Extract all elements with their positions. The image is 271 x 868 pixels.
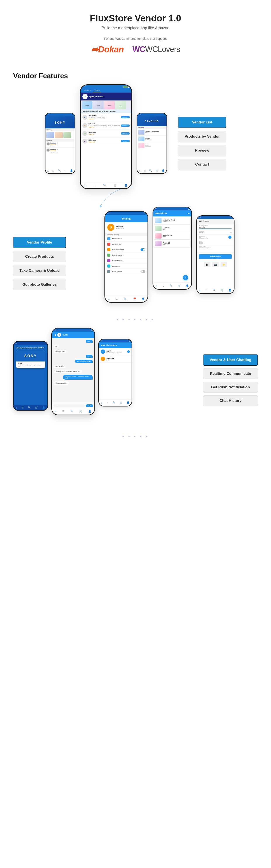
nav-cart-icon[interactable]: 🛒	[114, 184, 117, 187]
apple-logo: 	[82, 94, 88, 99]
cestore-follow-btn[interactable]: Visit Store	[121, 124, 129, 127]
apnav-user-icon[interactable]: 👤	[229, 289, 232, 291]
chat-list-item-appstore[interactable]: A AppStore Hello	[99, 355, 131, 363]
chat-history-btn[interactable]: Chat History	[203, 395, 258, 406]
vendor-item-appstore: A AppStore 71 Nguyen Thang Figger ★★★★☆ …	[81, 113, 131, 121]
rnav-user-icon[interactable]: 👤	[162, 169, 165, 172]
snav-home-icon[interactable]: ⌂	[108, 298, 110, 300]
get-photo-btn[interactable]: Get photo Galleries	[13, 279, 66, 290]
nav-home-icon[interactable]: ⌂	[84, 184, 86, 187]
add-product-header: Add Product	[197, 219, 234, 224]
snav-menu-icon[interactable]: ☰	[116, 298, 118, 300]
post-product-btn[interactable]: Post Product	[199, 254, 232, 259]
nnav-home-icon[interactable]: ⌂	[16, 406, 18, 409]
color-picker[interactable]	[228, 236, 232, 239]
notification-phone: 4:09 ▪▪▪ You have a message from "SONY" …	[13, 341, 48, 411]
nav-menu-icon[interactable]: ☰	[93, 184, 96, 187]
clnav-home-icon[interactable]: ⌂	[101, 401, 102, 404]
cnav-user-icon[interactable]: 👤	[88, 410, 91, 413]
cnav-search-icon[interactable]: 🔍	[70, 410, 73, 413]
rnav-cart-icon[interactable]: 🛒	[155, 169, 158, 172]
contact-btn[interactable]: Contact	[178, 159, 226, 170]
apnav-cart-icon[interactable]: 🛒	[220, 289, 223, 291]
product-item-3[interactable]: MacBook Pro $1299	[154, 232, 190, 239]
field-value-desc[interactable]: Enter description...	[199, 247, 232, 251]
tab-stores[interactable]: Stores	[93, 89, 101, 92]
realtime-communicate-btn[interactable]: Realtime Communicate	[203, 368, 258, 379]
clnav-cart-icon[interactable]: 🛒	[120, 401, 123, 404]
field-value-2[interactable]: Select... ▼	[199, 232, 232, 234]
chat-preview-appstore: Hello	[107, 359, 114, 361]
my-products-phone: 4:00 ▪▪▪ My Products + Apple iPad Touch …	[153, 207, 192, 290]
settings-item-mywishlist[interactable]: My Wishlist	[105, 242, 148, 247]
notification-toggle[interactable]	[141, 248, 145, 251]
cnav-home-icon[interactable]: ⌂	[55, 410, 57, 413]
mpnav-cart-icon[interactable]: 🛒	[178, 284, 181, 287]
take-camera-btn[interactable]: Take Camera & Upload	[13, 265, 66, 276]
nnav-user-icon[interactable]: 👤	[42, 406, 45, 409]
product-item-1[interactable]: Apple iPad Touch Finance	[154, 217, 190, 224]
tab-categories[interactable]: Categories	[82, 89, 93, 92]
field-value-1[interactable]: sample	[199, 226, 232, 229]
apnav-menu-icon[interactable]: ☰	[206, 289, 208, 291]
chat-input-field[interactable]: ...	[53, 404, 85, 407]
rnav-search-icon[interactable]: 🔍	[149, 169, 152, 172]
get-push-notification-btn[interactable]: Get Push Notificiation	[203, 382, 258, 393]
product-item-4[interactable]: iPhone 12 $799	[154, 240, 190, 247]
upload-gallery-icon[interactable]: 🖼	[204, 262, 210, 267]
review-text-1: It's a great store	[50, 145, 58, 147]
chat-send-btn[interactable]: Send	[86, 404, 93, 407]
rnav-home-icon[interactable]: ⌂	[139, 169, 141, 172]
settings-item-messages[interactable]: List Messages	[105, 252, 148, 258]
nav-search-icon[interactable]: 🔍	[103, 184, 107, 187]
apnav-home-icon[interactable]: ⌂	[199, 289, 201, 291]
nav-user-icon[interactable]: 👤	[124, 184, 128, 187]
products-by-vendor-btn[interactable]: Products by Vendor	[178, 131, 226, 142]
messages-area: Hello Hi How are you? good	[52, 338, 94, 407]
settings-item-myproducts[interactable]: My Products	[105, 236, 148, 242]
nnav-search-icon[interactable]: 🔍	[28, 406, 31, 409]
review-text-2: It's a great store	[50, 151, 58, 153]
vendor-item-xxstore: X XX Store ★★★★★ Visit Store	[81, 137, 131, 145]
snav-user-icon[interactable]: 👤	[142, 298, 145, 300]
mpnav-menu-icon[interactable]: ☰	[162, 284, 164, 287]
settings-item-language[interactable]: Language	[105, 264, 148, 269]
field-value-font[interactable]: Choose color	[199, 237, 208, 239]
darktheme-toggle[interactable]	[141, 270, 145, 273]
vendor-profile-btn[interactable]: Vendor Profile	[13, 237, 66, 248]
product-item-2[interactable]: Apple iPad $299	[154, 225, 190, 232]
settings-item-notification[interactable]: List Notification	[105, 247, 148, 252]
upload-file-icon[interactable]: 📁	[220, 262, 227, 267]
add-product-icon[interactable]: +	[188, 212, 189, 215]
apple-products-banner:  Apple Products	[81, 93, 131, 100]
xxstore-follow-btn[interactable]: Visit Store	[121, 140, 129, 142]
support-text: For any WooCommerce template that suppor…	[4, 37, 267, 40]
vendor-list-btn[interactable]: Vendor List	[178, 117, 226, 128]
clnav-search-icon[interactable]: 🔍	[113, 401, 116, 404]
snav-cart-icon[interactable]: 🛒 1	[133, 298, 136, 300]
preview-btn[interactable]: Preview	[178, 145, 226, 156]
settings-item-conversations[interactable]: Conversations	[105, 258, 148, 264]
mpnav-home-icon[interactable]: ⌂	[156, 285, 157, 287]
rnav-menu-icon[interactable]: ☰	[144, 169, 146, 172]
cnav-menu-icon[interactable]: ☰	[62, 410, 64, 413]
chat-back-btn[interactable]: ◀	[54, 334, 56, 336]
field-value-price[interactable]: $0.00	[199, 242, 232, 244]
nnav-cart-icon[interactable]: 🛒	[35, 406, 38, 409]
settings-item-darktheme[interactable]: Dark Theme	[105, 269, 148, 274]
fab-add-product[interactable]: +	[183, 275, 188, 280]
apnav-search-icon[interactable]: 🔍	[213, 289, 216, 291]
clnav-menu-icon[interactable]: ☰	[107, 401, 109, 404]
vendor-user-chatting-btn[interactable]: Vendor & User Chatting	[203, 354, 258, 366]
wafamall-follow-btn[interactable]: Visit Store	[121, 132, 129, 134]
nnav-menu-icon[interactable]: ☰	[22, 406, 24, 409]
chat-list-item-sony[interactable]: S SONY I wants ask you a question 1	[99, 348, 131, 355]
cnav-cart-icon[interactable]: 🛒	[79, 410, 82, 413]
upload-camera-icon[interactable]: 📷	[212, 262, 219, 267]
create-products-btn[interactable]: Create Products	[13, 251, 66, 262]
snav-search-icon[interactable]: 🔍	[124, 298, 127, 300]
appstore-follow-btn[interactable]: Visit Store	[121, 116, 129, 118]
clnav-user-icon[interactable]: 👤	[126, 401, 129, 404]
mpnav-search-icon[interactable]: 🔍	[170, 284, 173, 287]
mpnav-user-icon[interactable]: 👤	[186, 284, 189, 287]
